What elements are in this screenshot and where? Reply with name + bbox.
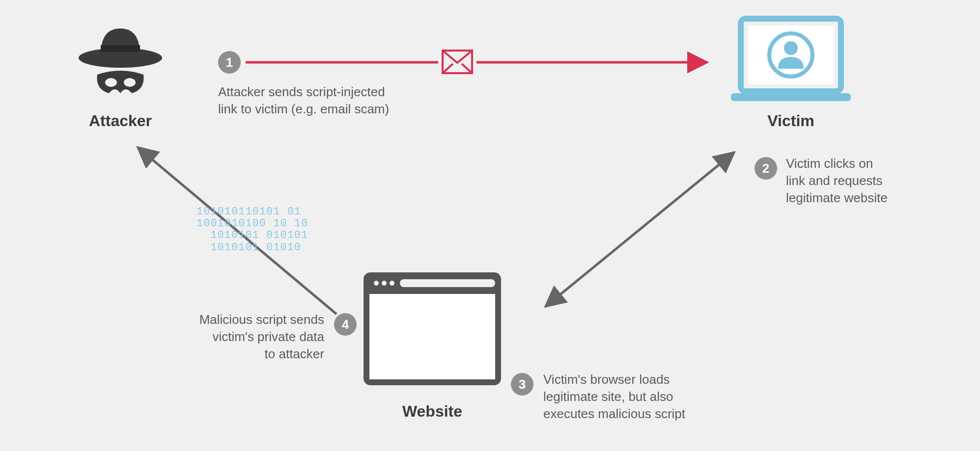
svg-point-11 — [374, 281, 379, 286]
website-icon — [359, 267, 506, 395]
svg-rect-10 — [369, 294, 495, 379]
attacker-label: Attacker — [59, 112, 182, 130]
svg-rect-14 — [400, 279, 495, 287]
step2-text: Victim clicks on link and requests legit… — [786, 155, 933, 207]
step3-badge: 3 — [511, 373, 533, 396]
svg-point-13 — [390, 281, 394, 286]
step1-text: Attacker sends script-injected link to v… — [218, 83, 454, 118]
envelope-icon — [441, 49, 474, 77]
xss-diagram: Attacker Victim Website — [0, 0, 980, 451]
step1-badge: 1 — [218, 51, 241, 74]
step4-badge: 4 — [334, 313, 357, 336]
svg-point-2 — [105, 78, 117, 87]
step4-text: Malicious script sends victim's private … — [147, 311, 324, 363]
svg-point-8 — [784, 41, 798, 55]
victim-icon — [727, 15, 855, 110]
step3-text: Victim's browser loads legitimate site, … — [543, 371, 750, 423]
binary-decoration: 101010110101 01 1001010100 10 10 1010101… — [196, 206, 308, 254]
svg-rect-1 — [101, 45, 140, 52]
arrow-step2 — [545, 152, 734, 307]
website-label: Website — [373, 402, 491, 421]
step2-badge: 2 — [755, 157, 777, 180]
svg-point-3 — [124, 78, 136, 87]
svg-rect-6 — [731, 93, 851, 101]
svg-point-12 — [382, 281, 387, 286]
victim-label: Victim — [737, 112, 845, 130]
attacker-icon — [74, 20, 167, 105]
